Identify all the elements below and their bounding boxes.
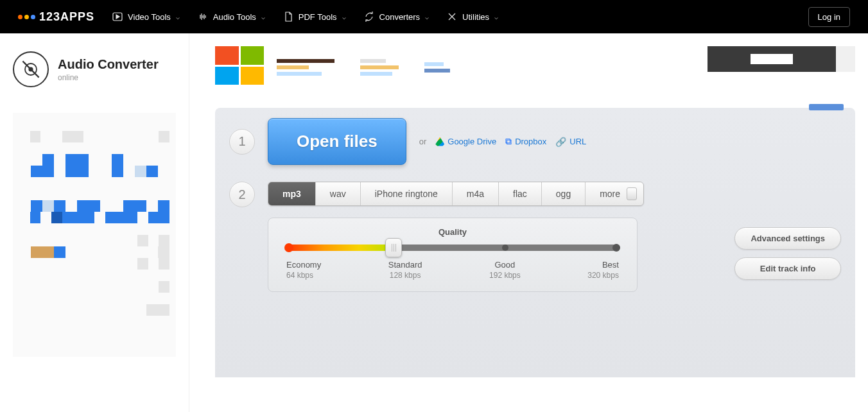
sidebar: Audio Converter online [0,33,189,412]
tab-flac[interactable]: flac [499,182,542,205]
step-1: 1 Open files or Google Drive ⧉Dropbox 🔗U… [229,118,841,165]
tab-more[interactable]: more [586,182,643,205]
quality-standard: Standard128 kbps [388,260,422,280]
edit-track-info-button[interactable]: Edit track info [734,257,841,280]
advanced-settings-button[interactable]: Advanced settings [734,227,841,250]
top-navbar: 123APPS Video Tools⌵ Audio Tools⌵ PDF To… [0,0,868,33]
open-files-button[interactable]: Open files [268,118,406,165]
audio-converter-icon [13,51,49,87]
step-2: 2 mp3 wav iPhone ringtone m4a flac ogg m… [229,182,841,207]
converter-panel: 1 Open files or Google Drive ⧉Dropbox 🔗U… [215,108,855,377]
dropbox-icon: ⧉ [505,136,512,147]
or-label: or [419,137,427,146]
login-button[interactable]: Log in [808,7,850,27]
google-drive-link[interactable]: Google Drive [435,137,496,146]
tools-icon [447,12,457,22]
quality-best: Best320 kbps [587,260,619,280]
microsoft-logo-icon [215,46,264,85]
nav-converters[interactable]: Converters⌵ [364,12,430,22]
play-icon [112,12,123,22]
nav-utilities[interactable]: Utilities⌵ [447,12,498,22]
quality-slider-handle[interactable] [385,238,402,257]
url-link[interactable]: 🔗URL [555,137,586,147]
nav-video-tools[interactable]: Video Tools⌵ [112,12,180,22]
brand-logo[interactable]: 123APPS [18,10,94,24]
step-1-badge: 1 [229,129,255,155]
chevron-down-icon: ⌵ [494,13,498,21]
nav-pdf-tools[interactable]: PDF Tools⌵ [283,12,346,22]
dropbox-link[interactable]: ⧉Dropbox [505,136,546,147]
quality-panel: Quality Economy64 kbps Standard128 kbps … [268,218,638,292]
google-drive-icon [435,137,444,146]
tab-iphone-ringtone[interactable]: iPhone ringtone [361,182,453,205]
chevron-down-icon: ⌵ [261,13,265,21]
quality-economy: Economy64 kbps [286,260,321,280]
app-title: Audio Converter [58,57,159,72]
nav-audio-tools[interactable]: Audio Tools⌵ [198,12,265,22]
brand-text: 123APPS [39,10,94,24]
tab-mp3[interactable]: mp3 [268,182,316,205]
app-subtitle: online [58,73,159,82]
waveform-icon [198,12,208,22]
chevron-down-icon: ⌵ [425,13,429,21]
ad-banner[interactable] [215,46,855,90]
quality-title: Quality [286,227,619,237]
app-header: Audio Converter online [13,51,176,87]
link-icon: 🔗 [555,137,566,147]
quality-slider[interactable] [289,245,616,251]
format-tabs: mp3 wav iPhone ringtone m4a flac ogg mor… [268,182,644,206]
chevron-down-icon: ⌵ [176,13,180,21]
quality-good: Good192 kbps [489,260,521,280]
document-icon [283,12,293,22]
chevron-down-icon: ⌵ [342,13,346,21]
sidebar-ad-placeholder [13,113,176,357]
refresh-icon [364,12,374,22]
tab-ogg[interactable]: ogg [542,182,586,205]
ad-cta-button[interactable] [707,46,836,72]
tab-m4a[interactable]: m4a [453,182,499,205]
tab-wav[interactable]: wav [316,182,361,205]
step-2-badge: 2 [229,182,255,207]
